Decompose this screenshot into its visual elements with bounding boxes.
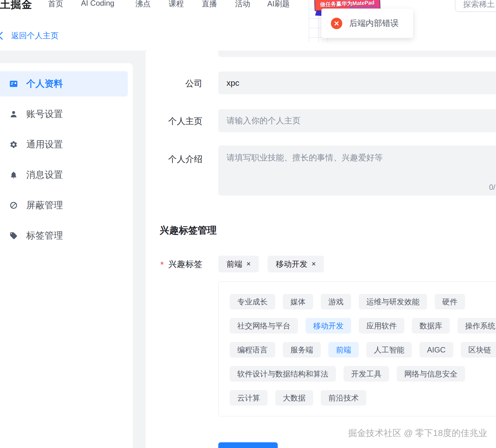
tag-option[interactable]: 媒体 — [283, 294, 313, 309]
sidebar-item-label: 屏蔽管理 — [26, 199, 63, 212]
tag-options-row: 专业成长 媒体 游戏 运维与研发效能 硬件 — [230, 294, 496, 309]
selected-tag-label: 前端 — [226, 259, 242, 269]
sidebar-item-profile[interactable]: 个人资料 — [0, 71, 128, 96]
bell-icon — [9, 171, 18, 179]
sidebar-item-tag-management[interactable]: 标签管理 — [0, 223, 128, 248]
sidebar-item-general[interactable]: 通用设置 — [0, 132, 128, 157]
sidebar-item-label: 通用设置 — [26, 138, 63, 151]
profile-card-icon — [9, 80, 18, 88]
juejin-logo[interactable]: 土掘金 — [0, 0, 32, 12]
cropped-input-above[interactable] — [218, 51, 496, 57]
nav-item-ai-coding[interactable]: AI Coding — [81, 0, 114, 8]
sidebar-item-account[interactable]: 账号设置 — [0, 102, 128, 127]
tag-option-selected[interactable]: 移动开发 — [306, 318, 351, 333]
search-input[interactable] — [462, 0, 496, 10]
homepage-field-wrap: 0/ — [218, 109, 496, 132]
error-toast: 后端内部错误 — [321, 9, 413, 38]
company-field-wrap: 2/ — [218, 72, 496, 94]
remove-tag-icon[interactable]: × — [246, 260, 251, 268]
search-box — [455, 0, 496, 12]
sidebar-item-notifications[interactable]: 消息设置 — [0, 162, 128, 188]
tag-option[interactable]: 服务端 — [283, 342, 321, 358]
tag-option[interactable]: 开发工具 — [344, 366, 389, 382]
tag-option[interactable]: 应用软件 — [359, 318, 404, 333]
tag-options-row: 云计算 大数据 前沿技术 — [230, 390, 496, 406]
tag-option[interactable]: 操作系统 — [457, 318, 496, 333]
tag-icon — [9, 232, 18, 240]
profile-form-card: 公司 2/ 个人主页 0/ 个人介绍 0/ 兴趣标签管理 * 兴趣标签 前端 ×… — [146, 51, 496, 448]
tag-option[interactable]: 大数据 — [275, 390, 313, 406]
nav-item-pins[interactable]: 沸点 — [135, 0, 151, 9]
settings-sidebar: 个人资料 账号设置 通用设置 消息设置 屏蔽管理 — [0, 63, 133, 448]
company-input[interactable] — [218, 72, 496, 94]
interest-tags-label: 兴趣标签 — [146, 258, 202, 270]
tag-option[interactable]: 游戏 — [321, 294, 351, 309]
top-navbar: 土掘金 首页 AI Coding 沸点 课程 直播 活动 AI刷题 做任务赢华为… — [0, 0, 496, 51]
tag-option[interactable]: 硬件 — [435, 294, 465, 309]
tag-option[interactable]: 人工智能 — [366, 342, 412, 358]
sidebar-item-label: 个人资料 — [26, 78, 63, 90]
back-link-label: 返回个人主页 — [11, 30, 59, 41]
homepage-label: 个人主页 — [146, 115, 202, 127]
user-icon — [9, 110, 18, 118]
tag-option[interactable]: 区块链 — [461, 342, 496, 358]
gear-icon — [9, 140, 18, 149]
tag-option[interactable]: 云计算 — [230, 390, 268, 406]
sidebar-item-label: 账号设置 — [26, 108, 63, 121]
tag-options-row: 社交网络与平台 移动开发 应用软件 数据库 操作系统 — [230, 318, 496, 333]
tag-option[interactable]: 前沿技术 — [321, 390, 366, 406]
intro-label: 个人介绍 — [146, 153, 202, 165]
tag-option[interactable]: 专业成长 — [230, 294, 275, 309]
tag-option[interactable]: 软件设计与数据结构和算法 — [230, 366, 336, 382]
selected-tag-frontend[interactable]: 前端 × — [218, 256, 259, 272]
error-x-icon — [331, 18, 342, 29]
company-label: 公司 — [146, 78, 202, 89]
selected-tag-label: 移动开发 — [276, 259, 307, 269]
tag-option-selected[interactable]: 前端 — [328, 342, 359, 358]
tag-option[interactable]: 编程语言 — [230, 342, 275, 358]
selected-tag-mobile-dev[interactable]: 移动开发 × — [268, 256, 324, 272]
tag-options-row: 软件设计与数据结构和算法 开发工具 网络与信息安全 — [230, 366, 496, 382]
sidebar-item-block-management[interactable]: 屏蔽管理 — [0, 193, 128, 218]
nav-item-live[interactable]: 直播 — [202, 0, 217, 9]
intro-textarea[interactable] — [218, 146, 496, 196]
nav-item-events[interactable]: 活动 — [235, 0, 250, 9]
nav-item-home[interactable]: 首页 — [48, 0, 63, 9]
nav-item-ai-quiz[interactable]: AI刷题 — [267, 0, 290, 9]
remove-tag-icon[interactable]: × — [312, 260, 316, 268]
tag-options-panel: 专业成长 媒体 游戏 运维与研发效能 硬件 社交网络与平台 移动开发 应用软件 … — [218, 281, 496, 416]
sidebar-item-label: 标签管理 — [26, 229, 63, 242]
tag-options-row: 编程语言 服务端 前端 人工智能 AIGC 区块链 — [230, 342, 496, 358]
block-icon — [9, 201, 18, 209]
tag-option[interactable]: 网络与信息安全 — [397, 366, 465, 382]
interest-tags-section-title: 兴趣标签管理 — [160, 224, 217, 237]
nav-item-courses[interactable]: 课程 — [169, 0, 184, 9]
toast-message: 后端内部错误 — [349, 18, 399, 29]
tag-option[interactable]: 运维与研发效能 — [359, 294, 427, 309]
homepage-input[interactable] — [218, 109, 496, 132]
tag-option[interactable]: 数据库 — [412, 318, 450, 333]
community-watermark: 掘金技术社区 @ 零下18度的佳兆业 — [348, 427, 487, 439]
save-button[interactable] — [218, 442, 278, 448]
tag-option[interactable]: AIGC — [419, 342, 453, 358]
chevron-left-icon — [0, 31, 4, 40]
settings-page: 土掘金 首页 AI Coding 沸点 课程 直播 活动 AI刷题 做任务赢华为… — [0, 0, 496, 448]
tag-option[interactable]: 社交网络与平台 — [230, 318, 298, 333]
intro-field-wrap: 0/ — [218, 146, 496, 196]
sidebar-item-label: 消息设置 — [26, 169, 63, 181]
